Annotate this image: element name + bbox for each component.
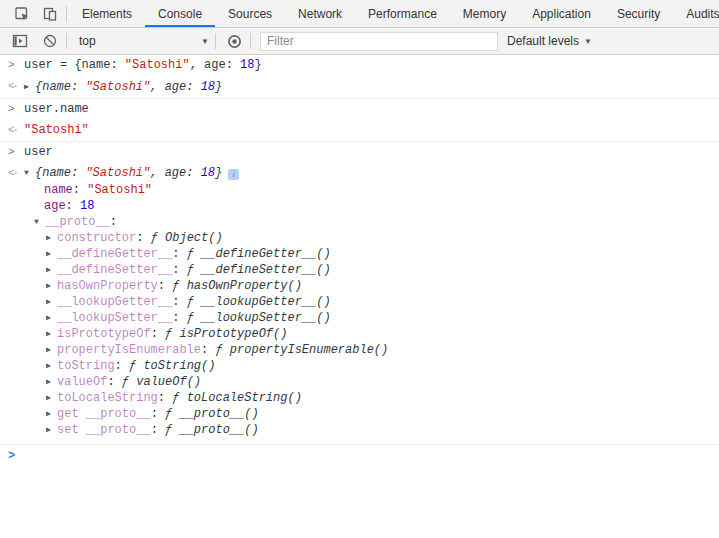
code-segment: :	[151, 423, 165, 437]
property-row-name[interactable]: name: "Satoshi"	[24, 182, 719, 198]
object-state-info-icon[interactable]: i	[228, 169, 239, 180]
function-symbol: ƒ	[122, 375, 136, 389]
property-key: get __proto__	[57, 407, 151, 421]
tab-sources[interactable]: Sources	[215, 0, 285, 27]
expand-triangle-icon[interactable]: ▶	[46, 262, 57, 278]
string-result: "Satoshi"	[24, 121, 719, 140]
device-toolbar-icon[interactable]	[36, 1, 64, 27]
expand-triangle-icon[interactable]: ▶	[46, 406, 57, 422]
code-segment: :	[115, 359, 129, 373]
toolbar-separator	[215, 33, 216, 49]
expanded-object-tree: ▼{name: "Satoshi", age: 18}i name: "Sato…	[24, 164, 719, 438]
function-signature: __defineGetter__()	[201, 247, 331, 261]
toolbar-separator	[250, 33, 251, 49]
collapse-triangle-icon[interactable]: ▼	[24, 164, 35, 181]
console-input-row[interactable]: > user = {name: "Satoshi", age: 18}	[0, 55, 719, 76]
collapse-triangle-icon[interactable]: ▼	[34, 214, 45, 230]
console-input-row[interactable]: > user	[0, 142, 719, 163]
live-expression-eye-icon[interactable]	[220, 28, 248, 54]
expand-triangle-icon[interactable]: ▶	[46, 230, 57, 246]
console-prompt-chevron-icon: >	[0, 447, 24, 466]
proto-property-row[interactable]: ▶toLocaleString: ƒ toLocaleString()	[24, 390, 719, 406]
console-input-chevron-icon: >	[0, 143, 24, 162]
levels-value: Default levels	[507, 34, 579, 48]
console-sidebar-icon[interactable]	[6, 28, 34, 54]
code-segment: :	[158, 279, 172, 293]
property-key: __defineSetter__	[57, 263, 172, 277]
expand-triangle-icon[interactable]: ▶	[46, 246, 57, 262]
property-key: toLocaleString	[57, 391, 158, 405]
property-row-age[interactable]: age: 18	[24, 198, 719, 214]
tab-performance[interactable]: Performance	[355, 0, 450, 27]
console-command-text: user = {name: "Satoshi", age: 18}	[24, 56, 719, 75]
tab-console[interactable]: Console	[145, 0, 215, 27]
inspect-element-icon[interactable]	[8, 1, 36, 27]
proto-property-row[interactable]: ▶get __proto__: ƒ __proto__()	[24, 406, 719, 422]
console-messages: > user = {name: "Satoshi", age: 18} <· ▶…	[0, 55, 719, 468]
proto-property-row[interactable]: ▶__lookupGetter__: ƒ __lookupGetter__()	[24, 294, 719, 310]
code-segment: :	[158, 391, 172, 405]
proto-property-row[interactable]: ▶propertyIsEnumerable: ƒ propertyIsEnume…	[24, 342, 719, 358]
console-input-row[interactable]: > user.name	[0, 99, 719, 120]
expand-triangle-icon[interactable]: ▶	[46, 374, 57, 390]
expand-triangle-icon[interactable]: ▶	[46, 294, 57, 310]
proto-row[interactable]: ▼__proto__:	[24, 214, 719, 230]
function-signature: toString()	[143, 359, 215, 373]
expand-triangle-icon[interactable]: ▶	[46, 390, 57, 406]
tab-security[interactable]: Security	[604, 0, 673, 27]
tab-application[interactable]: Application	[519, 0, 604, 27]
tabbar-left-icons	[0, 0, 69, 27]
proto-property-row[interactable]: ▶toString: ƒ toString()	[24, 358, 719, 374]
console-group-expanded-object: > user <· ▼{name: "Satoshi", age: 18}i n…	[0, 142, 719, 445]
tab-audits[interactable]: Audits	[673, 0, 719, 27]
log-levels-dropdown[interactable]: Default levels ▼	[507, 34, 592, 48]
expand-triangle-icon[interactable]: ▶	[46, 278, 57, 294]
expand-triangle-icon[interactable]: ▶	[46, 358, 57, 374]
proto-property-row[interactable]: ▶hasOwnProperty: ƒ hasOwnProperty()	[24, 278, 719, 294]
toolbar-separator	[66, 6, 67, 22]
function-symbol: ƒ	[165, 327, 179, 341]
javascript-context-dropdown[interactable]: top ▼	[75, 31, 213, 51]
expand-triangle-icon[interactable]: ▶	[46, 342, 57, 358]
proto-property-row[interactable]: ▶valueOf: ƒ valueOf()	[24, 374, 719, 390]
proto-property-row[interactable]: ▶constructor: ƒ Object()	[24, 230, 719, 246]
function-symbol: ƒ	[215, 343, 229, 357]
console-result-row[interactable]: <· ▶{name: "Satoshi", age: 18}	[0, 76, 719, 98]
proto-property-row[interactable]: ▶__defineGetter__: ƒ __defineGetter__()	[24, 246, 719, 262]
tab-memory[interactable]: Memory	[450, 0, 519, 27]
expand-triangle-icon[interactable]: ▶	[46, 326, 57, 342]
tab-elements[interactable]: Elements	[69, 0, 145, 27]
proto-key: __proto__	[45, 215, 110, 229]
string-literal: "Satoshi"	[85, 80, 150, 94]
expand-triangle-icon[interactable]: ▶	[24, 77, 35, 96]
proto-property-row[interactable]: ▶__defineSetter__: ƒ __defineSetter__()	[24, 262, 719, 278]
proto-property-row[interactable]: ▶__lookupSetter__: ƒ __lookupSetter__()	[24, 310, 719, 326]
property-key: valueOf	[57, 375, 107, 389]
proto-property-row[interactable]: ▶set __proto__: ƒ __proto__()	[24, 422, 719, 438]
console-result-row: <· ▼{name: "Satoshi", age: 18}i name: "S…	[0, 163, 719, 439]
proto-property-row[interactable]: ▶isPrototypeOf: ƒ isPrototypeOf()	[24, 326, 719, 342]
property-key: toString	[57, 359, 115, 373]
console-toolbar: top ▼ Default levels ▼	[0, 28, 719, 55]
code-segment: :	[201, 343, 215, 357]
number-literal: 18	[201, 80, 215, 94]
filter-input[interactable]	[260, 32, 498, 51]
function-signature: valueOf()	[136, 375, 201, 389]
collapsed-object-preview[interactable]: ▶{name: "Satoshi", age: 18}	[24, 77, 719, 97]
object-preview-row[interactable]: ▼{name: "Satoshi", age: 18}i	[24, 164, 719, 182]
code-segment: :	[172, 247, 186, 261]
string-literal: "Satoshi"	[85, 166, 150, 180]
function-symbol: ƒ	[187, 311, 201, 325]
code-segment: {name:	[35, 166, 85, 180]
expand-triangle-icon[interactable]: ▶	[46, 310, 57, 326]
console-output-chevron-icon: <·	[0, 164, 24, 183]
property-key: __lookupGetter__	[57, 295, 172, 309]
clear-console-icon[interactable]	[36, 28, 64, 54]
expand-triangle-icon[interactable]: ▶	[46, 422, 57, 438]
code-segment: :	[73, 183, 87, 197]
code-segment: :	[151, 407, 165, 421]
tab-network[interactable]: Network	[285, 0, 355, 27]
function-symbol: ƒ	[129, 359, 143, 373]
console-prompt[interactable]: >	[0, 445, 719, 468]
console-group-property-access: > user.name <· "Satoshi"	[0, 99, 719, 142]
